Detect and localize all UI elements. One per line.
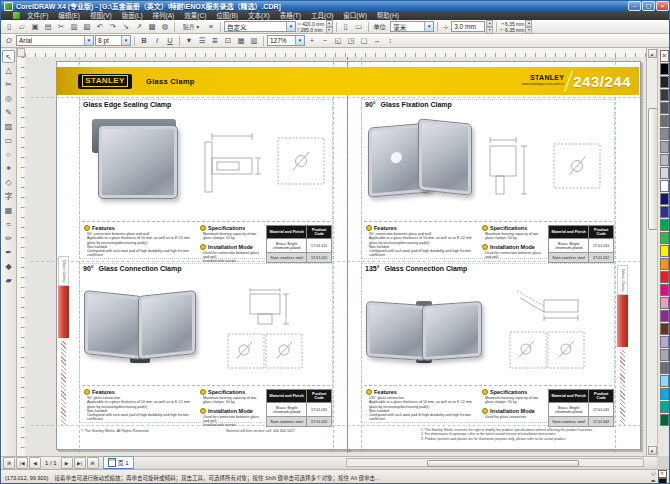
- color-swatch-13[interactable]: [660, 219, 669, 231]
- menu-item-4[interactable]: 排列(A): [148, 11, 180, 20]
- font-size-combo[interactable]: 8 pt▼: [95, 35, 131, 46]
- italic-button[interactable]: I: [151, 35, 163, 46]
- crop-tool[interactable]: ✂: [2, 78, 15, 91]
- ellipse-tool[interactable]: ○: [2, 148, 15, 161]
- outline-indicator[interactable]: ✒: [651, 478, 667, 484]
- chevron-down-icon[interactable]: ▼: [286, 22, 295, 31]
- text-color-icon[interactable]: ▼: [183, 35, 195, 46]
- menu-item-2[interactable]: 视图(V): [85, 11, 117, 20]
- menu-item-9[interactable]: 工具(O): [306, 11, 338, 20]
- menu-item-0[interactable]: 文件(F): [22, 11, 53, 20]
- color-swatch-9[interactable]: [660, 167, 669, 179]
- menu-item-7[interactable]: 文本(X): [243, 11, 275, 20]
- blend-tool[interactable]: ≈: [2, 218, 15, 231]
- bullet-list-icon[interactable]: ≣: [209, 35, 221, 46]
- shape-tool[interactable]: △: [2, 64, 15, 77]
- undo-icon[interactable]: ↶: [94, 21, 106, 32]
- color-swatch-6[interactable]: [660, 128, 669, 140]
- color-swatch-1[interactable]: [660, 63, 669, 75]
- table-tool[interactable]: ▦: [2, 204, 15, 217]
- ruler-origin[interactable]: [17, 48, 25, 57]
- color-swatch-27[interactable]: [660, 401, 669, 413]
- pick-tool[interactable]: ↖: [2, 50, 15, 63]
- save-icon[interactable]: ▣: [29, 21, 41, 32]
- export-icon[interactable]: ↗: [133, 21, 145, 32]
- color-swatch-14[interactable]: [660, 232, 669, 244]
- edit-text-icon[interactable]: ▦: [235, 35, 247, 46]
- minimize-button[interactable]: –: [628, 1, 641, 11]
- polygon-tool[interactable]: ✶: [2, 162, 15, 175]
- zoom-width-icon[interactable]: ↔: [371, 35, 383, 46]
- menu-item-10[interactable]: 窗口(W): [338, 11, 371, 20]
- paper-size-spinners[interactable]: ▭420.0 mm ▯285.0 mm: [297, 21, 325, 33]
- color-swatch-17[interactable]: [660, 271, 669, 283]
- nudge-offset-input[interactable]: 3.0 mm: [451, 21, 485, 32]
- color-swatch-19[interactable]: [660, 297, 669, 309]
- text-tool[interactable]: 字: [2, 190, 15, 203]
- zoom-height-icon[interactable]: ↕: [384, 35, 396, 46]
- underline-button[interactable]: U: [164, 35, 176, 46]
- zoom-out-icon[interactable]: −: [319, 35, 331, 46]
- menu-item-11[interactable]: 帮助(H): [372, 11, 404, 20]
- color-swatch-28[interactable]: [660, 414, 669, 426]
- chevron-down-icon[interactable]: ▼: [84, 36, 93, 45]
- copy-icon[interactable]: ▥: [68, 21, 80, 32]
- redo-icon[interactable]: ↷: [107, 21, 119, 32]
- last-page-button[interactable]: ▶|: [74, 457, 86, 469]
- duplicate-steppers[interactable]: ▲▼: [525, 20, 532, 34]
- vertical-scrollbar[interactable]: ▲ ▼: [646, 48, 657, 456]
- color-swatch-10[interactable]: [660, 180, 669, 192]
- fill-tool[interactable]: ◆: [2, 260, 15, 273]
- new-document-icon[interactable]: ▯: [3, 21, 15, 32]
- drop-cap-icon[interactable]: ⊡: [222, 35, 234, 46]
- restore-button[interactable]: ▢: [642, 1, 655, 11]
- cut-icon[interactable]: ✂: [55, 21, 67, 32]
- nudge-steppers[interactable]: ▲▼: [486, 20, 493, 34]
- duplicate-distance[interactable]: ⇥6.35 mm ⇤6.35 mm: [500, 21, 524, 33]
- options-icon[interactable]: ≡: [205, 21, 217, 32]
- color-swatch-5[interactable]: [660, 115, 669, 127]
- color-swatch-21[interactable]: [660, 323, 669, 335]
- units-combo[interactable]: 毫米▼: [390, 21, 434, 32]
- zoom-level-combo[interactable]: 127%▼: [267, 35, 305, 46]
- color-swatch-20[interactable]: [660, 310, 669, 322]
- frame-icon[interactable]: ▥: [248, 35, 260, 46]
- page-tab[interactable]: 页 1: [103, 456, 134, 470]
- add-page-left-button[interactable]: ⊞: [3, 457, 15, 469]
- portrait-icon[interactable]: ▯: [340, 21, 352, 32]
- first-page-button[interactable]: |◀: [16, 457, 28, 469]
- color-swatch-8[interactable]: [660, 154, 669, 166]
- menu-item-1[interactable]: 编辑(E): [53, 11, 85, 20]
- bold-button[interactable]: B: [138, 35, 150, 46]
- zoom-tool[interactable]: ◎: [2, 92, 15, 105]
- color-swatch-11[interactable]: [660, 193, 669, 205]
- outline-pen-tool[interactable]: ✒: [2, 246, 15, 259]
- rectangle-tool[interactable]: ▭: [2, 134, 15, 147]
- color-swatch-23[interactable]: [660, 349, 669, 361]
- zoom-all-icon[interactable]: ◳: [345, 35, 357, 46]
- app-launcher-icon[interactable]: ▩: [146, 21, 158, 32]
- menu-item-8[interactable]: 表格(T): [275, 11, 306, 20]
- chevron-down-icon[interactable]: ▼: [295, 36, 304, 45]
- color-swatch-16[interactable]: [660, 258, 669, 270]
- font-family-combo[interactable]: Arial▼: [16, 35, 94, 46]
- add-page-button[interactable]: ⊞: [87, 457, 99, 469]
- interactive-fill-tool[interactable]: ▰: [2, 274, 15, 287]
- color-swatch-15[interactable]: [660, 245, 669, 257]
- print-icon[interactable]: ▤: [42, 21, 54, 32]
- landscape-icon[interactable]: ▭: [353, 21, 365, 32]
- basic-shapes-tool[interactable]: ◇: [2, 176, 15, 189]
- scroll-down-icon[interactable]: ▼: [648, 446, 657, 455]
- zoom-page-icon[interactable]: ▢: [358, 35, 370, 46]
- paste-icon[interactable]: ▧: [81, 21, 93, 32]
- smart-fill-tool[interactable]: ▨: [2, 120, 15, 133]
- color-swatch-18[interactable]: [660, 284, 669, 296]
- color-swatch-12[interactable]: [660, 206, 669, 218]
- menu-item-6[interactable]: 位图(B): [211, 11, 243, 20]
- open-icon[interactable]: ▱: [16, 21, 28, 32]
- color-swatch-24[interactable]: [660, 362, 669, 374]
- color-swatch-4[interactable]: [660, 102, 669, 114]
- scroll-up-icon[interactable]: ▲: [648, 49, 657, 58]
- close-button[interactable]: ×: [656, 1, 669, 11]
- zoom-in-icon[interactable]: +: [306, 35, 318, 46]
